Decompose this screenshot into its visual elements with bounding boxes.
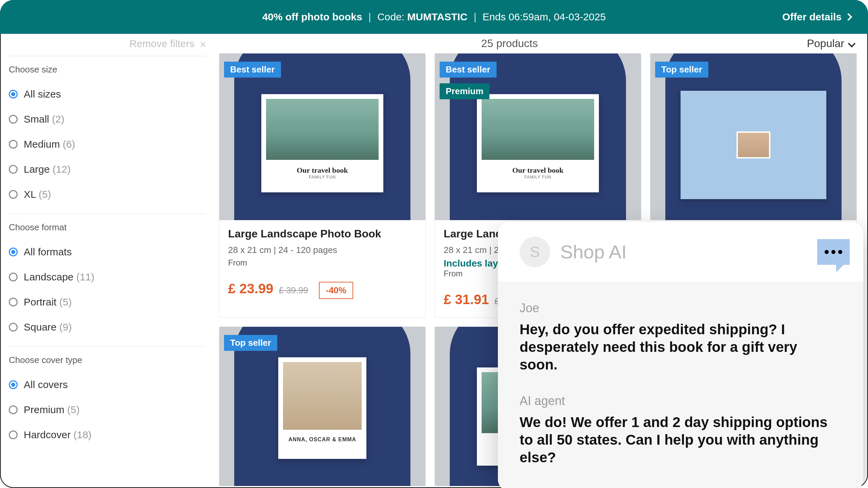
- filter-label: Large: [24, 164, 53, 175]
- product-badge: Top seller: [655, 62, 708, 78]
- filter-count: (12): [53, 164, 70, 175]
- chat-agent-name: AI agent: [520, 394, 842, 408]
- radio-icon: [9, 323, 18, 332]
- filter-label: Small: [24, 113, 52, 125]
- filter-label: All formats: [24, 246, 72, 257]
- filter-group-cover: Choose cover type All covers Premium (5)…: [9, 355, 205, 441]
- filter-option[interactable]: Small (2): [9, 113, 205, 125]
- product-price: £ 31.91: [444, 292, 489, 307]
- chat-title: Shop AI: [560, 241, 627, 263]
- filter-option[interactable]: Medium (6): [9, 139, 205, 150]
- filter-label: Square: [24, 321, 59, 333]
- filter-option[interactable]: Hardcover (18): [9, 429, 205, 441]
- book-subtitle: FAMILY FUN: [524, 175, 551, 179]
- promo-bar: 40% off photo books | Code: MUMTASTIC | …: [0, 0, 868, 34]
- remove-filters-label: Remove filters: [129, 38, 195, 49]
- radio-icon: [9, 90, 18, 99]
- offer-details-label: Offer details: [782, 11, 842, 23]
- promo-code-label: Code:: [377, 11, 404, 22]
- radio-icon: [9, 273, 18, 281]
- filter-label: All covers: [24, 379, 68, 390]
- product-title: Large Landscape Photo Book: [228, 228, 417, 240]
- product-image: Top seller: [650, 54, 856, 220]
- filter-group-size: Choose size All sizes Small (2)Medium (6…: [9, 64, 205, 200]
- separator: |: [470, 11, 480, 22]
- filter-heading: Choose size: [9, 64, 205, 75]
- book-title: Our travel book: [512, 166, 563, 175]
- book-title: Our travel book: [297, 166, 348, 175]
- toolbar: Remove filters 25 products Popular: [0, 34, 868, 53]
- filter-label: Hardcover: [24, 429, 74, 440]
- promo-code: MUMTASTIC: [407, 11, 468, 22]
- sort-label: Popular: [807, 37, 844, 50]
- separator: |: [365, 11, 375, 22]
- filter-heading: Choose cover type: [9, 355, 205, 365]
- filter-label: Portrait: [24, 296, 59, 307]
- product-count: 25 products: [481, 37, 538, 50]
- filter-count: (5): [59, 296, 72, 307]
- radio-icon: [9, 380, 18, 389]
- product-badge: Best seller: [224, 62, 281, 78]
- radio-icon: [9, 140, 18, 149]
- filter-option[interactable]: XL (5): [9, 189, 205, 200]
- filter-count: (9): [59, 321, 72, 333]
- filter-count: (6): [63, 139, 75, 150]
- discount-badge: -40%: [319, 282, 353, 299]
- avatar-letter: S: [530, 243, 540, 260]
- product-old-price: £ 39.99: [279, 285, 308, 296]
- filter-option[interactable]: Portrait (5): [9, 296, 205, 308]
- chevron-right-icon: [845, 13, 852, 21]
- product-image: Best sellerOur travel bookFAMILY FUN: [219, 54, 425, 220]
- chat-agent-message: We do! We offer 1 and 2 day shipping opt…: [520, 413, 842, 466]
- filter-option[interactable]: Square (9): [9, 321, 205, 333]
- radio-icon: [9, 248, 18, 256]
- chat-bubble-icon[interactable]: [817, 239, 850, 265]
- radio-icon: [9, 405, 18, 414]
- price-from-label: From: [228, 258, 417, 268]
- filter-option[interactable]: All sizes: [9, 88, 205, 100]
- filter-count: (5): [39, 189, 51, 200]
- book-subtitle: FAMILY FUN: [309, 175, 336, 179]
- filter-option[interactable]: Large (12): [9, 164, 205, 175]
- product-price: £ 23.99: [228, 281, 273, 296]
- filter-option[interactable]: Landscape (11): [9, 271, 205, 283]
- radio-icon: [9, 165, 18, 174]
- filter-option[interactable]: All covers: [9, 379, 205, 390]
- book-caption: ANNA, OSCAR & EMMA: [288, 437, 356, 443]
- radio-icon: [9, 298, 18, 306]
- chat-header: S Shop AI: [498, 222, 863, 282]
- chat-body: Joe Hey, do you offer expedited shipping…: [498, 282, 863, 488]
- sort-dropdown[interactable]: Popular: [807, 37, 854, 50]
- chat-widget: S Shop AI Joe Hey, do you offer expedite…: [498, 222, 863, 488]
- product-badge: Top seller: [224, 335, 277, 351]
- chat-user-name: Joe: [520, 301, 842, 315]
- product-image: Top sellerANNA, OSCAR & EMMA: [219, 327, 425, 486]
- radio-icon: [9, 190, 18, 199]
- product-card[interactable]: Best sellerOur travel bookFAMILY FUNLarg…: [219, 53, 426, 318]
- product-badge: Best seller: [440, 62, 497, 78]
- product-badge: Premium: [440, 83, 489, 99]
- chevron-down-icon: [848, 40, 856, 47]
- filter-label: All sizes: [24, 88, 61, 100]
- promo-headline: 40% off photo books: [262, 11, 362, 22]
- product-card[interactable]: Top sellerANNA, OSCAR & EMMA: [219, 326, 426, 486]
- radio-icon: [9, 430, 18, 439]
- filter-label: Medium: [24, 139, 63, 150]
- filter-option[interactable]: All formats: [9, 246, 205, 258]
- filter-count: (11): [76, 271, 94, 282]
- filter-group-format: Choose format All formats Landscape (11)…: [9, 222, 205, 333]
- radio-icon: [9, 115, 18, 124]
- filter-label: Landscape: [24, 271, 76, 282]
- filter-option[interactable]: Premium (5): [9, 404, 205, 416]
- filter-label: XL: [24, 189, 39, 200]
- product-image: Best sellerPremiumOur travel bookFAMILY …: [435, 54, 641, 220]
- filter-count: (2): [52, 113, 64, 125]
- chat-user-message: Hey, do you offer expedited shipping? I …: [520, 321, 818, 374]
- remove-filters-link[interactable]: Remove filters: [9, 38, 212, 49]
- offer-details-link[interactable]: Offer details: [782, 0, 851, 34]
- filter-label: Premium: [24, 404, 67, 415]
- product-subtitle: 28 x 21 cm | 24 - 120 pages: [228, 245, 417, 255]
- promo-ends: Ends 06:59am, 04-03-2025: [483, 11, 606, 22]
- filter-sidebar: Choose size All sizes Small (2)Medium (6…: [9, 53, 219, 486]
- close-icon: [200, 41, 206, 47]
